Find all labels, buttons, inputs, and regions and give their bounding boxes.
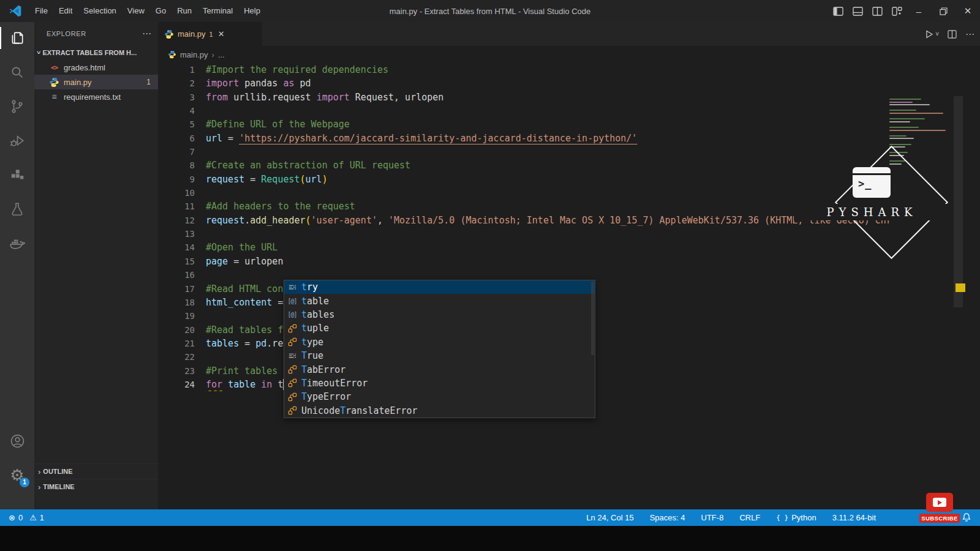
- workspace-section-header[interactable]: ˅ EXTRACT TABLES FROM H...: [34, 45, 158, 60]
- code-line-5[interactable]: 5#Define URL of the Webpage: [158, 118, 889, 131]
- line-number: 7: [158, 145, 206, 159]
- explorer-more-icon[interactable]: ⋯: [142, 28, 152, 39]
- menu-run[interactable]: Run: [172, 0, 197, 22]
- encoding[interactable]: UTF-8: [701, 513, 724, 522]
- suggest-item-try[interactable]: try: [284, 280, 595, 294]
- python-interpreter[interactable]: 3.11.2 64-bit: [832, 513, 876, 522]
- file-requirements.txt[interactable]: ≡requirements.txt: [34, 89, 158, 104]
- code-line-11[interactable]: 11#Add headers to the request: [158, 200, 889, 213]
- chevron-right-icon: ›: [38, 467, 40, 476]
- line-number: 18: [158, 296, 206, 309]
- suggest-item-tables[interactable]: [@]tables: [284, 308, 595, 321]
- suggest-item-TypeError[interactable]: TypeError: [284, 390, 595, 403]
- suggest-item-True[interactable]: True: [284, 349, 595, 362]
- code-line-7[interactable]: 7: [158, 145, 889, 159]
- toggle-panel-icon[interactable]: [848, 0, 867, 22]
- suggest-item-type[interactable]: type: [284, 335, 595, 349]
- customize-layout-icon[interactable]: [887, 0, 907, 22]
- code-line-4[interactable]: 4: [158, 104, 889, 118]
- class-kind-icon: [287, 378, 297, 388]
- language-mode[interactable]: { } Python: [776, 513, 816, 522]
- tab-main-py[interactable]: main.py 1 ✕: [158, 22, 262, 46]
- class-kind-icon: [287, 406, 297, 416]
- line-number: 15: [158, 255, 206, 268]
- chevron-down-icon: ˅: [37, 50, 40, 56]
- testing-icon[interactable]: [0, 193, 34, 225]
- problems-badge: 1: [146, 78, 151, 86]
- breadcrumb: main.py › ...: [158, 46, 980, 63]
- settings-gear-icon[interactable]: ⚙ 1: [0, 459, 34, 491]
- outline-panel-header[interactable]: › OUTLINE: [34, 463, 158, 479]
- explorer-sidebar: EXPLORER ⋯ ˅ EXTRACT TABLES FROM H... <>…: [34, 22, 158, 509]
- breadcrumb-symbol[interactable]: ...: [218, 50, 225, 59]
- docker-icon[interactable]: [0, 228, 34, 260]
- suggest-item-TimeoutError[interactable]: TimeoutError: [284, 377, 595, 390]
- code-line-10[interactable]: 10: [158, 186, 889, 200]
- class-kind-icon: [287, 392, 297, 402]
- menu-view[interactable]: View: [122, 0, 150, 22]
- menu-bar: FileEditSelectionViewGoRunTerminalHelp: [29, 0, 266, 22]
- code-line-12[interactable]: 12request.add_header('user-agent', 'Mozi…: [158, 214, 889, 227]
- suggest-item-tuple[interactable]: tuple: [284, 321, 595, 335]
- problems-indicator[interactable]: ⊗ 0 ⚠ 1: [9, 513, 44, 522]
- code-line-1[interactable]: 1#Import the required dependencies: [158, 63, 889, 77]
- keyword-kind-icon: [287, 282, 297, 292]
- suggest-scrollbar[interactable]: [591, 282, 594, 355]
- search-icon[interactable]: [0, 56, 34, 88]
- code-line-6[interactable]: 6url = 'https://pyshark.com/jaccard-simi…: [158, 132, 889, 145]
- minimap[interactable]: [889, 99, 948, 166]
- subscribe-overlay: SUBSCRIBE: [915, 493, 964, 528]
- accounts-icon[interactable]: [0, 425, 34, 457]
- line-number: 1: [158, 63, 206, 77]
- timeline-panel-header[interactable]: › TIMELINE: [34, 479, 158, 494]
- run-dropdown-icon[interactable]: ˅: [935, 31, 939, 37]
- menu-file[interactable]: File: [29, 0, 53, 22]
- explorer-icon[interactable]: [0, 22, 34, 54]
- toggle-sidebar-icon[interactable]: [828, 0, 848, 22]
- cursor-position[interactable]: Ln 24, Col 15: [586, 513, 633, 522]
- suggest-item-table[interactable]: [@]table: [284, 294, 595, 307]
- suggest-item-TabError[interactable]: TabError: [284, 362, 595, 376]
- line-number: 13: [158, 227, 206, 241]
- menu-selection[interactable]: Selection: [78, 0, 121, 22]
- eol-sequence[interactable]: CRLF: [739, 513, 760, 522]
- restore-button[interactable]: [931, 0, 956, 22]
- line-number: 16: [158, 268, 206, 282]
- line-number: 14: [158, 241, 206, 254]
- code-line-14[interactable]: 14#Open the URL: [158, 241, 889, 254]
- code-region: 1#Import the required dependencies2impor…: [158, 63, 980, 509]
- suggest-item-UnicodeTranslateError[interactable]: UnicodeTranslateError: [284, 404, 595, 418]
- file-grades.html[interactable]: <>grades.html: [34, 60, 158, 75]
- extensions-icon[interactable]: [0, 159, 34, 191]
- more-actions-icon[interactable]: ⋯: [965, 29, 975, 40]
- breadcrumb-file[interactable]: main.py: [180, 50, 208, 59]
- tab-close-icon[interactable]: ✕: [218, 29, 225, 39]
- line-number: 23: [158, 364, 206, 378]
- file-main.py[interactable]: main.py1: [34, 75, 158, 89]
- close-window-button[interactable]: ✕: [956, 0, 980, 22]
- run-python-file-icon[interactable]: ˅: [924, 29, 939, 39]
- menu-help[interactable]: Help: [238, 0, 266, 22]
- scrollbar-slider[interactable]: [954, 96, 963, 307]
- indentation[interactable]: Spaces: 4: [650, 513, 685, 522]
- youtube-play-icon: [926, 493, 953, 512]
- code-line-9[interactable]: 9request = Request(url): [158, 173, 889, 186]
- run-debug-icon[interactable]: [0, 125, 34, 157]
- python-file-icon: [168, 50, 176, 59]
- code-line-8[interactable]: 8#Create an abstraction of URL request: [158, 159, 889, 172]
- line-number: 17: [158, 282, 206, 296]
- split-editor-icon[interactable]: [867, 0, 887, 22]
- split-editor-icon[interactable]: [948, 30, 957, 39]
- source-control-icon[interactable]: [0, 91, 34, 122]
- code-line-13[interactable]: 13: [158, 227, 889, 241]
- editor-scrollbar[interactable]: [954, 95, 963, 509]
- code-line-3[interactable]: 3from urllib.request import Request, url…: [158, 91, 889, 104]
- subscribe-label: SUBSCRIBE: [919, 514, 960, 523]
- code-line-2[interactable]: 2import pandas as pd: [158, 77, 889, 90]
- menu-edit[interactable]: Edit: [53, 0, 78, 22]
- line-number: 4: [158, 104, 206, 118]
- menu-go[interactable]: Go: [150, 0, 172, 22]
- minimize-button[interactable]: –: [907, 0, 931, 22]
- menu-terminal[interactable]: Terminal: [197, 0, 238, 22]
- code-line-15[interactable]: 15page = urlopen: [158, 255, 889, 268]
